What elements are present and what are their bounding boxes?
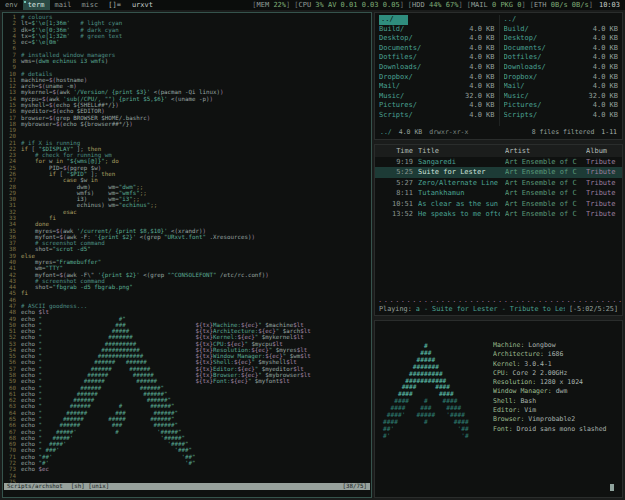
- file-row[interactable]: Build/4.0 KB: [375, 25, 499, 35]
- file-row[interactable]: Downloads/4.0 KB: [375, 63, 499, 73]
- file-row[interactable]: Build/4.0 KB: [500, 25, 623, 35]
- track-artist: Art Ensemble of C: [505, 199, 581, 209]
- terminal-window[interactable]: 1# colours2lt=$'\e[1;36m' # light cyan3d…: [2, 12, 372, 498]
- file-row[interactable]: Documents/4.0 KB: [375, 44, 499, 54]
- code-token: esac: [63, 209, 77, 215]
- desktop: envtermmailmisc []= urxvt [MEM 22%][CPU …: [0, 0, 625, 500]
- file-row[interactable]: Downloads/4.0 KB: [500, 63, 623, 73]
- music-separator: ........................................…: [375, 296, 622, 304]
- code-token: $myshell: [258, 359, 286, 365]
- music-window[interactable]: TimeTitleArtistAlbum 9:19SangarediArt En…: [374, 144, 623, 316]
- code-token: " ###### ######": [38, 385, 164, 391]
- bracket: ]: [400, 1, 404, 9]
- code-token: ): [73, 83, 77, 89]
- sysinfo-value: 1280 x 1024: [540, 378, 583, 386]
- file-row[interactable]: Desktop/4.0 KB: [375, 34, 499, 44]
- track-row[interactable]: 13:52He speaks to me often in dArt Ensem…: [375, 209, 622, 219]
- sysinfo-field: Browser: Vimprobable2: [493, 415, 618, 424]
- code-token: echo: [21, 447, 38, 453]
- file-row[interactable]: Dropbox/4.0 KB: [375, 73, 499, 83]
- code-token: "echinus": [119, 202, 150, 208]
- sysinfo-label: Browser:: [493, 415, 528, 423]
- track-row[interactable]: 9:19SangarediArt Ensemble of CTribute to…: [375, 157, 622, 167]
- code-token: # colours: [21, 14, 52, 20]
- code-token: ): [265, 272, 269, 278]
- code-token: $(: [49, 77, 56, 83]
- track-artist: Art Ensemble of C: [505, 157, 581, 167]
- file-name: Build/: [379, 25, 404, 35]
- sysinfo-window[interactable]: # ### ##### ####### ######### ##########…: [374, 320, 623, 498]
- code-token: awk -F\": [66, 272, 97, 278]
- filemanager-right-pane[interactable]: ../Build/4.0 KBDesktop/4.0 KBDocuments/4…: [499, 15, 623, 126]
- file-row[interactable]: ../: [500, 15, 623, 25]
- code-token: # installed window managers: [21, 52, 115, 58]
- window-title: urxvt: [126, 0, 159, 10]
- track-row[interactable]: 5:27Zero/Alternate LineArt Ensemble of C…: [375, 178, 622, 188]
- file-row[interactable]: Dotfiles/4.0 KB: [500, 53, 623, 63]
- sysinfo-field: Shell: Bash: [493, 397, 618, 406]
- track-album: Tribute to Leste: [586, 157, 618, 167]
- workspace-tag-env[interactable]: env: [0, 0, 23, 10]
- filemanager-window[interactable]: ../Build/4.0 KBDesktop/4.0 KBDocuments/4…: [374, 12, 623, 140]
- file-row[interactable]: Music/32.0 KB: [375, 92, 499, 102]
- code-token: "Framebuffer": [56, 259, 101, 265]
- file-row[interactable]: Scripts/4.0 KB: [375, 111, 499, 121]
- sysinfo-fields: Machine: LongbowArchitecture: i686Kernel…: [493, 341, 618, 434]
- filemanager-left-pane[interactable]: ../Build/4.0 KBDesktop/4.0 KBDocuments/4…: [375, 15, 499, 126]
- status-label: MAIL: [471, 1, 492, 9]
- sysinfo-label: Shell:: [493, 397, 520, 405]
- workspace-tag-term[interactable]: term: [23, 0, 50, 10]
- file-size: 32.0 KB: [465, 92, 495, 102]
- track-row[interactable]: 8:11TutankhamunArt Ensemble of CTribute …: [375, 188, 622, 198]
- file-size: 4.0 KB: [469, 53, 494, 63]
- file-name: Downloads/: [504, 63, 546, 73]
- sysinfo-field: Editor: Vim: [493, 406, 618, 415]
- file-row[interactable]: Pictures/4.0 KB: [500, 101, 623, 111]
- code-token: Shell:: [213, 359, 234, 365]
- file-row[interactable]: Music/32.0 KB: [500, 92, 623, 102]
- file-name: Dotfiles/: [504, 53, 542, 63]
- code-token: if: [49, 171, 56, 177]
- code-token: hostname: [56, 77, 84, 83]
- code-token: wmfs) wm=: [21, 190, 119, 196]
- file-row[interactable]: Desktop/4.0 KB: [500, 34, 623, 44]
- file-name: Dotfiles/: [379, 53, 417, 63]
- file-name: Dropbox/: [504, 73, 538, 83]
- code-token: fi: [49, 215, 56, 221]
- code-token: ];: [73, 146, 87, 152]
- layout-symbol[interactable]: []=: [103, 0, 126, 10]
- terminal-buffer[interactable]: 1# colours2lt=$'\e[1;36m' # light cyan3d…: [5, 14, 370, 483]
- file-row[interactable]: Scripts/4.0 KB: [500, 111, 623, 121]
- file-row[interactable]: Pictures/4.0 KB: [375, 101, 499, 111]
- sysinfo-field: Resolution: 1280 x 1024: [493, 378, 618, 387]
- code-token: echo: [21, 353, 38, 359]
- file-row[interactable]: Dropbox/4.0 KB: [500, 73, 623, 83]
- workspace-tag-mail[interactable]: mail: [50, 0, 77, 10]
- file-row[interactable]: Mail/4.0 KB: [375, 82, 499, 92]
- code-token: mycpu=: [21, 96, 42, 102]
- file-row[interactable]: Dotfiles/4.0 KB: [375, 53, 499, 63]
- statusline-flags: [sh] [unix]: [71, 483, 109, 490]
- code-token: wms=(: [21, 58, 38, 64]
- code-token: ": [269, 347, 276, 353]
- code-token: ${tx}: [196, 341, 213, 347]
- code-token: " ####' '####": [38, 441, 188, 447]
- code-token: ): [210, 96, 214, 102]
- file-row[interactable]: Mail/4.0 KB: [500, 82, 623, 92]
- file-row[interactable]: ../: [375, 15, 499, 25]
- code-token: ": [255, 334, 262, 340]
- code-token: "^CONSOLEFONT": [168, 272, 217, 278]
- code-token: echo: [21, 359, 38, 365]
- code-token: Window Manager:: [213, 353, 265, 359]
- track-row[interactable]: 10:51As clear as the sunArt Ensemble of …: [375, 199, 622, 209]
- file-size: 4.0 KB: [469, 63, 494, 73]
- file-size: 4.0 KB: [593, 82, 618, 92]
- sysinfo-value: Longbow: [528, 341, 555, 349]
- code-token: Resolution:: [213, 347, 251, 353]
- file-row[interactable]: Documents/4.0 KB: [500, 44, 623, 54]
- workspace-tag-misc[interactable]: misc: [76, 0, 103, 10]
- code-token: " #####' # '#####": [38, 429, 181, 435]
- file-size: 4.0 KB: [469, 44, 494, 54]
- sysinfo-label: Resolution:: [493, 378, 540, 386]
- track-row[interactable]: 5:25Suite for LesterArt Ensemble of CTri…: [375, 167, 622, 177]
